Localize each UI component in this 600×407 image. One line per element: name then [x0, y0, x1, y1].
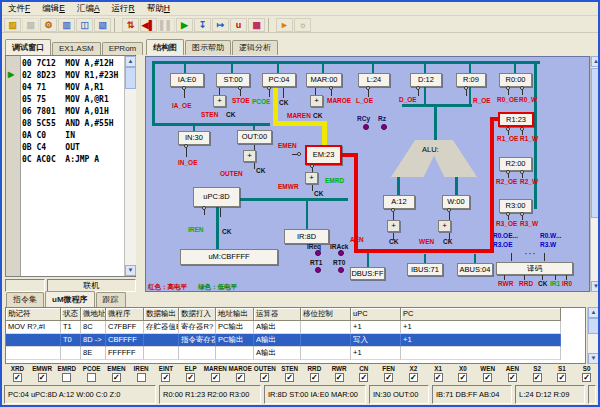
signal-checkbox-PCOE[interactable] — [87, 373, 96, 382]
open-file-icon[interactable]: ▨ — [4, 18, 21, 32]
tab-调试窗口[interactable]: 调试窗口 — [5, 39, 51, 55]
register-box-译码[interactable]: 译码 — [496, 262, 573, 275]
register-box-R1[interactable]: R1:23 — [498, 112, 534, 127]
tab-逻辑分析[interactable]: 逻辑分析 — [232, 40, 278, 55]
code-line[interactable]: 0B C4 OUT — [22, 142, 123, 154]
debug-lamp-icon[interactable]: ☼ — [294, 18, 311, 32]
signal-checkbox-X0[interactable]: ✓ — [458, 373, 467, 382]
scroll-up-icon[interactable]: ▲ — [125, 56, 136, 67]
column-header[interactable]: 运算器 — [254, 308, 301, 321]
table-scrollbar[interactable]: ▲ ▼ — [587, 307, 599, 364]
table-row[interactable]: MOV R?,#IT18CC7FBFF存贮器值EM寄存器R?PC输出A输出+1+… — [6, 321, 585, 334]
column-header[interactable]: PC — [401, 308, 561, 321]
table-row[interactable]: 8EFFFFFFA输出+1 — [6, 347, 585, 360]
register-box-DBUS[interactable]: DBUS:FF — [350, 267, 385, 280]
menu-item-r[interactable]: 运行R — [106, 3, 141, 15]
signal-checkbox-S1[interactable]: ✓ — [557, 373, 566, 382]
menu-item-e[interactable]: 编辑E — [36, 3, 71, 15]
scroll-down-icon[interactable]: ▼ — [588, 353, 599, 364]
register-box-R0[interactable]: R0:00 — [499, 73, 532, 87]
register-box-EM[interactable]: EM:23 — [305, 145, 342, 165]
signal-checkbox-RWR[interactable]: ✓ — [335, 373, 344, 382]
scroll-thumb[interactable] — [125, 67, 136, 89]
signal-checkbox-X1[interactable]: ✓ — [434, 373, 443, 382]
tab-结构图[interactable]: 结构图 — [146, 39, 184, 55]
signal-checkbox-CN[interactable]: ✓ — [359, 373, 368, 382]
run-icon[interactable]: ▶ — [176, 18, 193, 32]
register-box-R3[interactable]: R3:00 — [499, 199, 532, 213]
to-begin-icon[interactable]: ◀▌ — [140, 18, 157, 32]
microprogram-table[interactable]: 助记符状态微地址微程序数据输出数据打入地址输出运算器移位控制uPCPCMOV R… — [5, 307, 586, 364]
view-icon[interactable]: ◫ — [76, 18, 93, 32]
signal-checkbox-MAREN[interactable]: ✓ — [211, 373, 220, 382]
tab-图示帮助[interactable]: 图示帮助 — [185, 40, 231, 55]
column-header[interactable]: 数据打入 — [179, 308, 216, 321]
signal-checkbox-ELP[interactable]: ✓ — [186, 373, 195, 382]
code-line[interactable]: 0A C0 IN — [22, 130, 123, 142]
code-line[interactable]: 06 7801 MOV A,01H — [22, 106, 123, 118]
signal-checkbox-STEN[interactable]: ✓ — [285, 373, 294, 382]
signal-checkbox-FEN[interactable]: ✓ — [384, 373, 393, 382]
signal-checkbox-MAROE[interactable]: ✓ — [236, 373, 245, 382]
code-line[interactable]: 0C AC0C A:JMP A — [22, 154, 123, 166]
column-header[interactable]: 助记符 — [6, 308, 61, 321]
column-header[interactable]: 数据输出 — [144, 308, 179, 321]
register-box-IBUS[interactable]: IBUS:71 — [407, 263, 443, 276]
scroll-up-icon[interactable]: ▲ — [588, 307, 599, 318]
menu-item-a[interactable]: 汇编A — [71, 3, 106, 15]
signal-checkbox-EINT[interactable]: ✓ — [161, 373, 170, 382]
copy-icon[interactable]: ▥ — [58, 18, 75, 32]
register-box-W[interactable]: W:00 — [442, 195, 470, 209]
logic-analyzer-icon[interactable]: ▦ — [248, 18, 265, 32]
scroll-down-icon[interactable]: ▼ — [591, 281, 600, 292]
signal-checkbox-EMEN[interactable]: ✓ — [112, 373, 121, 382]
step-into-icon[interactable]: ↧ — [194, 18, 211, 32]
tab-指令集[interactable]: 指令集 — [6, 292, 44, 307]
signal-checkbox-EMRD[interactable] — [62, 373, 71, 382]
signal-checkbox-S2[interactable]: ✓ — [533, 373, 542, 382]
tab-跟踪[interactable]: 跟踪 — [96, 292, 126, 307]
compile-icon[interactable]: ⚙ — [40, 18, 57, 32]
register-box-MAR[interactable]: MAR:00 — [306, 73, 342, 87]
signal-checkbox-OUTEN[interactable]: ✓ — [260, 373, 269, 382]
column-header[interactable]: uPC — [351, 308, 401, 321]
register-box-uM[interactable]: uM:CBFFFF — [180, 249, 278, 265]
table-row[interactable]: T08D ->CBFFFF指令寄存器IPC输出A输出写入+1 — [6, 334, 585, 347]
signal-checkbox-WEN[interactable]: ✓ — [483, 373, 492, 382]
register-box-uPC[interactable]: uPC:8D — [193, 187, 240, 207]
register-box-PC[interactable]: PC:04 — [262, 73, 296, 87]
signal-checkbox-EMWR[interactable]: ✓ — [38, 373, 47, 382]
code-scrollbar[interactable]: ▲ ▼ — [124, 56, 136, 276]
register-box-IR[interactable]: IR:8D — [284, 229, 329, 244]
register-box-ST[interactable]: ST:00 — [216, 73, 250, 87]
code-line[interactable]: 08 5C55 AND A,#55H — [22, 118, 123, 130]
micro-step-icon[interactable]: u — [230, 18, 247, 32]
register-box-IA[interactable]: IA:E0 — [170, 73, 204, 87]
signal-checkbox-IREN[interactable] — [137, 373, 146, 382]
register-box-OUT[interactable]: OUT:00 — [237, 130, 272, 144]
reset-icon[interactable]: ⇅ — [122, 18, 139, 32]
tab-EX1.ASM[interactable]: EX1.ASM — [52, 42, 101, 55]
scroll-thumb[interactable] — [588, 318, 599, 334]
signal-checkbox-S0[interactable]: ✓ — [582, 373, 591, 382]
column-header[interactable]: 状态 — [61, 308, 81, 321]
tab-EPRom[interactable]: EPRom — [102, 42, 144, 55]
register-box-ABUS[interactable]: ABUS:04 — [457, 263, 493, 276]
help-arrow-icon[interactable]: ► — [276, 18, 293, 32]
code-line[interactable]: 04 71 MOV A,R1 — [22, 82, 123, 94]
code-listing[interactable]: 00 7C12 MOV A,#12H02 8D23 MOV R1,#23H04 … — [22, 58, 123, 166]
signal-checkbox-X2[interactable]: ✓ — [409, 373, 418, 382]
scroll-up-icon[interactable]: ▲ — [591, 56, 600, 67]
column-header[interactable]: 微地址 — [81, 308, 106, 321]
column-header[interactable]: 移位控制 — [301, 308, 351, 321]
scroll-thumb[interactable] — [591, 68, 600, 218]
signal-checkbox-RRD[interactable]: ✓ — [310, 373, 319, 382]
register-box-A[interactable]: A:12 — [383, 195, 415, 209]
menu-item-h[interactable]: 帮助H — [141, 3, 176, 15]
step-over-icon[interactable]: ↦ — [212, 18, 229, 32]
diagram-scrollbar[interactable]: ▲ ▼ — [590, 56, 600, 292]
column-header[interactable]: 微程序 — [106, 308, 144, 321]
scroll-down-icon[interactable]: ▼ — [125, 265, 136, 276]
signal-checkbox-XRD[interactable]: ✓ — [13, 373, 22, 382]
column-header[interactable]: 地址输出 — [216, 308, 254, 321]
